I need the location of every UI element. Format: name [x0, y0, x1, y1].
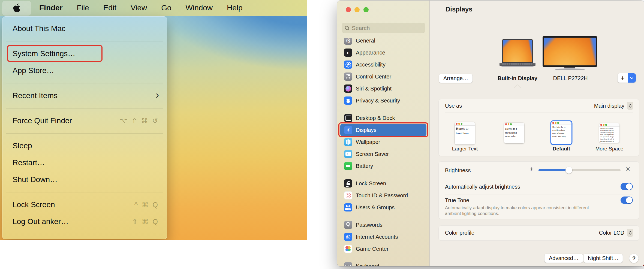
color-profile-popup[interactable]: Color LCD	[599, 229, 633, 237]
brightness-label: Brightness	[445, 167, 471, 174]
menu-separator	[6, 41, 163, 41]
sidebar-item-internet-accounts[interactable]: @ Internet Accounts	[340, 231, 426, 243]
menu-bar-item-finder[interactable]: Finder	[31, 4, 70, 12]
at-icon: @	[344, 233, 352, 241]
minimize-button[interactable]	[354, 7, 360, 12]
menu-item-recent-items[interactable]: Recent Items ›	[2, 87, 167, 104]
sidebar-item-passwords[interactable]: Passwords	[340, 219, 426, 231]
night-shift-button[interactable]: Night Shift…	[583, 254, 623, 263]
auto-brightness-toggle[interactable]	[621, 183, 633, 190]
true-tone-toggle[interactable]	[621, 197, 633, 204]
preset-unlabeled[interactable]: Here's to t troublema ones who	[504, 99, 524, 143]
display-name-dell: DELL P2722H	[543, 75, 598, 81]
auto-brightness-label: Automatically adjust brightness	[445, 184, 520, 190]
arrange-button[interactable]: Arrange…	[439, 74, 473, 83]
flower-icon	[344, 138, 352, 146]
sidebar-item-accessibility[interactable]: Accessibility	[340, 59, 426, 71]
sidebar-item-privacy-security[interactable]: Privacy & Security	[340, 95, 426, 107]
menu-bar-item-view[interactable]: View	[124, 4, 154, 12]
menu-item-sleep[interactable]: Sleep	[2, 137, 167, 154]
menu-item-log-out[interactable]: Log Out anker… ⇧ ⌘ Q	[2, 213, 167, 230]
sidebar-item-touch-id[interactable]: Touch ID & Password	[340, 189, 426, 201]
sidebar-item-desktop-dock[interactable]: Desktop & Dock	[340, 112, 426, 124]
popup-chevrons-icon	[627, 102, 633, 110]
preset-label: More Space	[588, 146, 631, 152]
desktop-dock-icon	[344, 114, 352, 122]
advanced-button[interactable]: Advanced…	[544, 254, 583, 263]
menu-bar-item-edit[interactable]: Edit	[96, 4, 124, 12]
search-input[interactable]: Search	[342, 23, 425, 33]
display-name-built-in: Built-in Display	[490, 75, 545, 81]
brightness-slider-thumb[interactable]	[565, 167, 572, 174]
menu-item-lock-screen[interactable]: Lock Screen ^ ⌘ Q	[2, 196, 167, 213]
submenu-chevron-icon: ›	[156, 90, 159, 100]
sidebar-item-control-center[interactable]: Control Center	[340, 71, 426, 83]
color-profile-label: Color profile	[445, 230, 474, 236]
selected-display-caret	[514, 84, 521, 88]
preset-larger-text[interactable]: Here's to troublem Larger Text	[455, 99, 475, 144]
menu-bar-item-window[interactable]: Window	[178, 4, 220, 12]
apple-menu-button[interactable]	[2, 1, 31, 16]
popup-chevrons-icon	[627, 229, 633, 237]
brightness-card: Brightness ☀ ☀ Automatically adjust brig…	[438, 161, 639, 219]
sidebar-item-siri-spotlight[interactable]: Siri & Spotlight	[340, 83, 426, 95]
menu-item-restart[interactable]: Restart…	[2, 154, 167, 171]
brightness-slider-fill	[538, 169, 569, 171]
sidebar-item-keyboard[interactable]: Keyboard	[340, 260, 426, 266]
preset-label: Default	[540, 146, 583, 152]
display-thumbnail-built-in[interactable]	[499, 39, 535, 67]
appearance-icon: ◐	[344, 49, 352, 57]
sidebar-item-game-center[interactable]: Game Center	[340, 243, 426, 255]
sidebar-item-general[interactable]: ⚙ General	[340, 38, 426, 47]
displays-pane: Displays Arrange… Built-in Display DELL …	[429, 1, 644, 266]
add-display-chevron-button[interactable]	[628, 73, 636, 83]
preset-default[interactable]: Here's to the cr troublemakers. ones who…	[551, 99, 571, 144]
menu-bar: Finder File Edit View Go Window Help	[0, 0, 307, 16]
row-separator	[445, 195, 633, 195]
menu-bar-item-go[interactable]: Go	[154, 4, 178, 12]
control-center-icon	[344, 72, 352, 81]
preset-more-space[interactable]: Here's to the crazy one troublemakers. T…	[599, 99, 619, 143]
sidebar-item-wallpaper[interactable]: Wallpaper	[340, 136, 426, 148]
shortcut-label: ⇧ ⌘ Q	[132, 218, 159, 226]
true-tone-label: True Tone	[445, 197, 469, 204]
sidebar-item-appearance[interactable]: ◐ Appearance	[340, 47, 426, 59]
display-thumbnail-dell[interactable]	[543, 36, 597, 70]
search-icon	[345, 26, 349, 30]
sidebar-item-battery[interactable]: Battery	[340, 160, 426, 172]
hand-icon	[344, 96, 352, 105]
menu-item-force-quit-finder[interactable]: Force Quit Finder ⌥ ⇧ ⌘ ↺	[2, 112, 167, 129]
brightness-dim-icon: ☀	[529, 167, 534, 172]
gear-icon: ⚙	[344, 38, 352, 45]
zoom-button[interactable]	[363, 7, 369, 12]
menu-item-about-this-mac[interactable]: About This Mac	[2, 20, 167, 37]
users-icon	[344, 203, 352, 211]
shortcut-label: ^ ⌘ Q	[134, 201, 159, 209]
menu-separator	[6, 108, 163, 108]
close-button[interactable]	[346, 7, 351, 12]
apple-menu-dropdown: About This Mac System Settings… App Stor…	[2, 16, 167, 239]
accessibility-icon	[344, 61, 352, 69]
menu-bar-item-help[interactable]: Help	[220, 4, 250, 12]
menu-separator	[6, 192, 163, 192]
screensaver-icon	[344, 150, 352, 158]
sidebar-item-displays[interactable]: ☀ Displays	[340, 124, 426, 136]
menu-item-system-settings[interactable]: System Settings…	[2, 45, 167, 62]
shortcut-label: ⌥ ⇧ ⌘ ↺	[119, 117, 159, 125]
color-profile-card: Color profile Color LCD	[438, 225, 639, 241]
add-display-control: +	[618, 73, 636, 83]
sidebar-item-users-groups[interactable]: Users & Groups	[340, 201, 426, 213]
menu-item-app-store[interactable]: App Store…	[2, 62, 167, 79]
sidebar-item-screen-saver[interactable]: Screen Saver	[340, 148, 426, 160]
lock-icon	[344, 179, 352, 188]
menu-item-shut-down[interactable]: Shut Down…	[2, 171, 167, 188]
menu-bar-item-file[interactable]: File	[70, 4, 96, 12]
add-display-button[interactable]: +	[618, 73, 628, 83]
brightness-bright-icon: ☀	[625, 166, 631, 173]
sidebar-item-lock-screen[interactable]: Lock Screen	[340, 177, 426, 189]
help-button[interactable]: ?	[629, 254, 639, 263]
menu-separator	[6, 83, 163, 83]
keyboard-icon	[344, 262, 352, 266]
key-icon	[344, 221, 352, 229]
desktop-screenshot: Finder File Edit View Go Window Help Abo…	[0, 0, 307, 240]
